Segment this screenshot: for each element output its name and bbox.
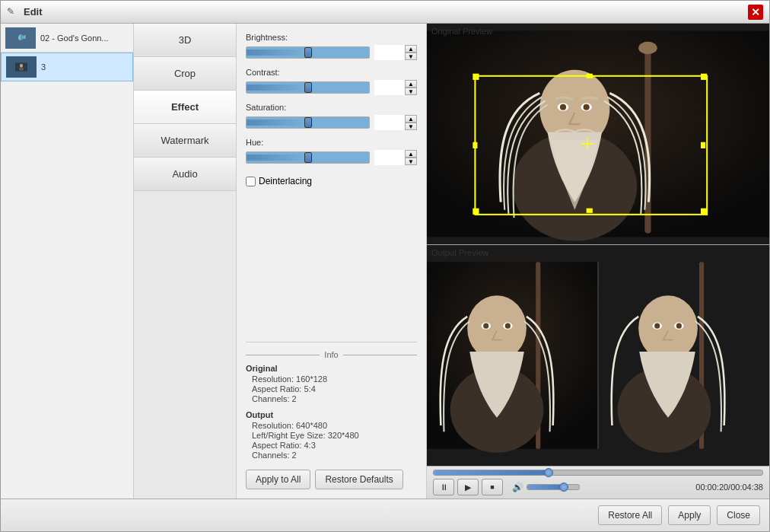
svg-rect-5: [19, 68, 24, 71]
saturation-slider[interactable]: [246, 116, 370, 129]
contrast-spin: ▲ ▼: [405, 80, 417, 95]
volume-thumb: [559, 483, 568, 492]
effect-action-row: Apply to All Restore Defaults: [246, 470, 417, 489]
svg-rect-20: [701, 209, 707, 215]
hue-number-field: 0 ▲ ▼: [374, 150, 417, 165]
svg-rect-17: [473, 74, 479, 80]
contrast-slider[interactable]: [246, 81, 370, 94]
contrast-group: Contrast: 0 ▲ ▼: [246, 68, 417, 95]
svg-point-33: [483, 323, 488, 329]
svg-rect-22: [587, 209, 593, 213]
deinterlace-checkbox[interactable]: [246, 177, 256, 186]
contrast-up[interactable]: ▲: [405, 80, 417, 88]
brightness-down[interactable]: ▼: [405, 53, 417, 60]
pause-button[interactable]: ⏸: [433, 479, 454, 495]
svg-rect-2: [24, 35, 26, 39]
saturation-up[interactable]: ▲: [405, 115, 417, 123]
svg-rect-24: [701, 142, 705, 148]
saturation-number-field: 0 ▲ ▼: [374, 115, 417, 130]
brightness-input[interactable]: 0: [374, 45, 405, 60]
tab-watermark[interactable]: Watermark: [134, 124, 236, 158]
original-aspect: Aspect Ratio: 5:4: [252, 384, 417, 393]
output-info-title: Output: [246, 410, 417, 419]
file-thumbnail-audio: [5, 27, 36, 49]
original-channels: Channels: 2: [252, 394, 417, 403]
window-title: Edit: [24, 6, 748, 18]
svg-point-9: [638, 42, 657, 54]
original-resolution: Resolution: 160*128: [252, 374, 417, 384]
info-title: Info: [320, 350, 342, 359]
svg-point-39: [638, 295, 698, 361]
main-content: 02 - God's Gonn... 3: [1, 24, 769, 499]
tab-effect[interactable]: Effect: [134, 91, 236, 124]
svg-rect-23: [473, 142, 477, 148]
hue-down[interactable]: ▼: [405, 158, 417, 165]
svg-point-15: [584, 104, 590, 110]
window-icon: ✎: [7, 6, 19, 18]
preview-area: Original Preview: [427, 24, 769, 499]
original-preview-panel: Original Preview: [427, 24, 769, 245]
progress-bar[interactable]: [433, 470, 763, 476]
saturation-label: Saturation:: [246, 103, 417, 112]
restore-all-button[interactable]: Restore All: [598, 505, 662, 525]
hue-group: Hue: 0 ▲ ▼: [246, 138, 417, 165]
output-aspect: Aspect Ratio: 4:3: [252, 441, 417, 450]
hue-spin: ▲ ▼: [405, 150, 417, 165]
tab-crop[interactable]: Crop: [134, 57, 236, 91]
saturation-down[interactable]: ▼: [405, 123, 417, 130]
contrast-down[interactable]: ▼: [405, 88, 417, 95]
contrast-label: Contrast:: [246, 68, 417, 77]
progress-fill: [434, 470, 549, 475]
file-thumbnail-video: [6, 56, 37, 78]
play-button[interactable]: ▶: [457, 479, 479, 495]
saturation-group: Saturation: 0 ▲ ▼: [246, 103, 417, 130]
output-video-frame: [427, 245, 769, 466]
tab-3d[interactable]: 3D: [134, 24, 236, 57]
output-preview-label: Output Preview: [431, 248, 488, 257]
svg-point-13: [560, 104, 566, 110]
contrast-row: 0 ▲ ▼: [246, 80, 417, 95]
file-item-video[interactable]: 3: [1, 53, 133, 81]
tab-audio[interactable]: Audio: [134, 158, 236, 191]
restore-defaults-button[interactable]: Restore Defaults: [315, 470, 402, 489]
nav-tabs: 3D Crop Effect Watermark Audio: [134, 24, 237, 499]
svg-point-31: [467, 295, 527, 361]
svg-rect-19: [473, 209, 479, 215]
brightness-slider[interactable]: [246, 46, 370, 59]
hue-input[interactable]: 0: [374, 150, 405, 165]
original-video-frame: [427, 24, 769, 244]
svg-point-43: [676, 323, 682, 329]
saturation-input[interactable]: 0: [374, 115, 405, 130]
output-preview-panel: Output Preview: [427, 245, 769, 466]
close-button[interactable]: Close: [717, 505, 760, 525]
file-item-audio[interactable]: 02 - God's Gonn...: [1, 24, 133, 53]
svg-point-41: [654, 323, 660, 329]
svg-point-4: [20, 64, 23, 68]
file-name-audio: 02 - God's Gonn...: [40, 33, 109, 43]
saturation-spin: ▲ ▼: [405, 115, 417, 130]
info-section: Info Original Resolution: 160*128 Aspect…: [246, 342, 417, 460]
brightness-group: Brightness: 0 ▲ ▼: [246, 33, 417, 60]
edit-window: ✎ Edit ✕ 02 -: [0, 0, 770, 532]
brightness-up[interactable]: ▲: [405, 45, 417, 53]
apply-button[interactable]: Apply: [668, 505, 711, 525]
hue-up[interactable]: ▲: [405, 150, 417, 158]
output-eye-size: Left/Right Eye Size: 320*480: [252, 431, 417, 440]
close-window-button[interactable]: ✕: [748, 5, 763, 20]
output-channels: Channels: 2: [252, 451, 417, 460]
hue-slider[interactable]: [246, 151, 370, 164]
bottom-bar: Restore All Apply Close: [1, 499, 769, 531]
hue-label: Hue:: [246, 138, 417, 147]
original-preview-label: Original Preview: [431, 27, 492, 36]
volume-slider[interactable]: [527, 484, 580, 490]
progress-thumb: [544, 468, 553, 477]
apply-to-all-button[interactable]: Apply to All: [246, 470, 310, 489]
brightness-label: Brightness:: [246, 33, 417, 42]
stop-button[interactable]: ■: [482, 479, 503, 495]
hue-row: 0 ▲ ▼: [246, 150, 417, 165]
svg-point-35: [505, 323, 511, 329]
brightness-number-field: 0 ▲ ▼: [374, 45, 417, 60]
file-list: 02 - God's Gonn... 3: [1, 24, 133, 499]
svg-rect-18: [701, 74, 707, 80]
contrast-input[interactable]: 0: [374, 80, 405, 95]
